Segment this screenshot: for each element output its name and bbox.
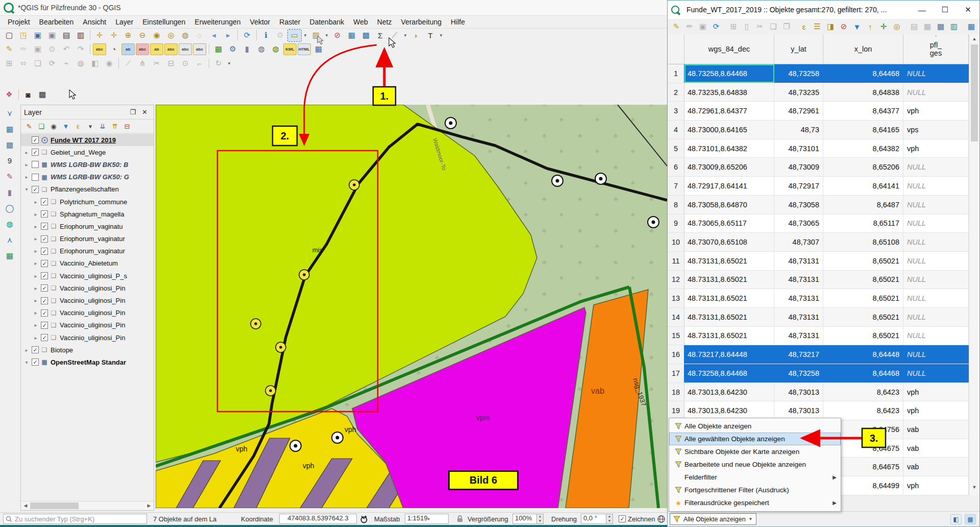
menu-item-einstellungen[interactable]: Einstellungen bbox=[138, 17, 190, 27]
expand-icon[interactable]: ▸ bbox=[32, 310, 39, 316]
label-pie-icon[interactable]: ◔ bbox=[107, 43, 120, 55]
layer-checkbox[interactable]: ✓ bbox=[32, 186, 39, 193]
table-row[interactable]: 1248.73131,8.6502148,731318,65021NULL bbox=[668, 271, 969, 290]
ylat-cell[interactable]: 48,73013 bbox=[774, 383, 823, 401]
pflges-cell[interactable]: NULL bbox=[903, 308, 969, 326]
select-features-dropdown-icon[interactable]: ▾ bbox=[302, 30, 308, 41]
menu-item-netz[interactable]: Netz bbox=[373, 17, 397, 27]
ylat-cell[interactable]: 48,72961 bbox=[774, 102, 823, 120]
wgs84dec-cell[interactable]: 48.73131,8.65021 bbox=[684, 252, 774, 270]
zoom-out-icon[interactable]: ⊖ bbox=[136, 30, 149, 41]
table-row[interactable]: 948.73065,8.6511748,730658,65117NULL bbox=[668, 214, 969, 233]
expand-icon[interactable]: ▸ bbox=[32, 224, 39, 229]
print-layout-icon[interactable]: ▤ bbox=[60, 30, 73, 41]
pflges-cell[interactable]: NULL bbox=[903, 196, 969, 214]
maximize-button[interactable]: ☐ bbox=[934, 1, 957, 18]
close-panel-icon[interactable]: ✕ bbox=[139, 108, 151, 116]
zoom-native-icon[interactable]: ◉ bbox=[150, 30, 163, 41]
delete-feature-icon[interactable]: ▯ bbox=[741, 21, 753, 32]
label-show-icon[interactable]: abc bbox=[164, 43, 178, 55]
map-canvas[interactable]: ♣ ♣ misvphvphvphvpmvabnsg_1937Waldmoor-T… bbox=[156, 105, 667, 508]
pflges-cell[interactable]: NULL bbox=[903, 289, 969, 307]
row-number-cell[interactable]: 9 bbox=[668, 214, 684, 233]
layer-checkbox[interactable]: ✓ bbox=[41, 248, 48, 255]
zoom-to-selection-icon[interactable]: ◍ bbox=[179, 30, 192, 41]
label-ab-pin-icon[interactable]: ab bbox=[121, 43, 135, 55]
statistics-icon[interactable]: Σ bbox=[374, 30, 387, 41]
current-edits-icon[interactable]: ✎ bbox=[3, 43, 16, 55]
wgs84dec-cell[interactable]: 48.73009,8.65206 bbox=[684, 158, 774, 176]
magnifier-spinner[interactable]: ▲▼ bbox=[537, 514, 544, 524]
annotation-dropdown-icon[interactable]: ▾ bbox=[438, 30, 444, 41]
row-number-cell[interactable]: 10 bbox=[668, 233, 684, 251]
scroll-right-icon[interactable]: ▶ bbox=[145, 502, 153, 510]
measure-dropdown-icon[interactable]: ▾ bbox=[402, 30, 408, 41]
move-feature-icon[interactable]: ⬄ bbox=[17, 58, 30, 69]
expand-icon[interactable]: ▸ bbox=[32, 248, 39, 254]
deselect-all-icon[interactable]: ⊘ bbox=[838, 21, 850, 32]
collapse-icon[interactable]: ▾ bbox=[23, 360, 30, 365]
pflges-cell[interactable]: vab bbox=[903, 458, 969, 476]
wgs84dec-cell[interactable]: 48.72961,8.64377 bbox=[684, 102, 774, 120]
layer-tree-item[interactable]: ▾✓▦OpenStreetMap Standar bbox=[21, 356, 154, 368]
copy-features-icon[interactable]: ❏ bbox=[31, 58, 44, 69]
context-menu-item[interactable]: Fortgeschrittener Filter (Ausdruck) bbox=[669, 484, 841, 496]
ylat-cell[interactable]: 48,73 bbox=[774, 121, 823, 139]
layer-panel-hscrollbar[interactable]: ◀ ▶ bbox=[21, 501, 154, 510]
layer-tree-item[interactable]: ▸✓❏Vaccinio_uliginosi_P_s bbox=[21, 270, 154, 282]
xlon-cell[interactable]: 8,64468 bbox=[823, 364, 903, 382]
ylat-cell[interactable]: 48,73131 bbox=[774, 271, 823, 289]
annotation-tool-icon[interactable]: ▮ bbox=[3, 186, 16, 198]
wgs84dec-cell[interactable]: 48.73058,8.64870 bbox=[684, 196, 774, 214]
context-menu-item[interactable]: Felderfilter▶ bbox=[669, 471, 841, 484]
pflges-cell[interactable]: NULL bbox=[903, 345, 969, 364]
wgs84dec-cell[interactable]: 48.73131,8.65021 bbox=[684, 327, 774, 345]
offset-curve-icon[interactable]: ⟋ bbox=[121, 58, 135, 69]
label-abc-pin-icon[interactable]: abc bbox=[136, 43, 149, 55]
vertex-dots-icon[interactable]: ⋏ bbox=[3, 234, 16, 246]
expand-icon[interactable]: ▸ bbox=[32, 285, 39, 291]
merge-features-icon[interactable]: ⊟ bbox=[164, 58, 178, 69]
layer-checkbox[interactable]: ✓ bbox=[32, 358, 39, 366]
filter-select-icon[interactable]: ▼ bbox=[851, 21, 863, 32]
open-attribute-table-icon[interactable]: ▦ bbox=[345, 30, 358, 41]
processing-icon[interactable]: ⚙ bbox=[226, 43, 239, 55]
column-header-ylat[interactable]: y_lat bbox=[774, 34, 823, 64]
globe-tool-icon[interactable]: ◍ bbox=[3, 218, 16, 230]
table-row[interactable]: 1748.73258,8.6446848,732588,64468NULL bbox=[668, 364, 969, 383]
layer-checkbox[interactable]: ✓ bbox=[41, 272, 48, 279]
table-row[interactable]: 848.73058,8.6487048,730588,6487NULL bbox=[668, 196, 969, 214]
expand-icon[interactable]: ▸ bbox=[32, 260, 39, 266]
table-row[interactable]: 1348.73131,8.6502148,731318,65021NULL bbox=[668, 289, 969, 308]
pflges-cell[interactable]: NULL bbox=[903, 83, 969, 102]
table-row[interactable]: 548.73101,8.6438248,731018,64382vph bbox=[668, 139, 969, 158]
database-icon[interactable]: ▮ bbox=[240, 43, 254, 55]
table-scrollbar-thumb[interactable] bbox=[971, 44, 978, 141]
zoom-in-icon[interactable]: ⊕ bbox=[121, 30, 135, 41]
ylat-cell[interactable]: 48,72917 bbox=[774, 177, 823, 195]
menu-item-erweiterungen[interactable]: Erweiterungen bbox=[190, 17, 245, 27]
float-panel-icon[interactable]: ❐ bbox=[127, 108, 139, 116]
pflges-cell[interactable]: NULL bbox=[903, 233, 969, 251]
column-header-xlon[interactable]: x_lon bbox=[823, 34, 903, 64]
table-row[interactable]: 748.72917,8.6414148,729178,64141NULL bbox=[668, 177, 969, 196]
layer-tree-item[interactable]: ▸✓❏Vaccinio_uliginosi_Pin bbox=[21, 331, 154, 344]
layer-tree-item[interactable]: ▸✓❏Eriophorum_vaginatur bbox=[21, 233, 154, 245]
web-globe-icon[interactable]: ◍ bbox=[269, 43, 282, 55]
xlon-cell[interactable]: 8,65021 bbox=[823, 271, 903, 289]
layer-tree-item[interactable]: ▸✓❏Biotope bbox=[21, 344, 154, 356]
zoom-full-icon[interactable]: ◎ bbox=[164, 30, 178, 41]
row-number-cell[interactable]: 13 bbox=[668, 289, 684, 307]
layer-tree-item[interactable]: ▸✓❏Vaccinio_uliginosi_Pin bbox=[21, 282, 154, 294]
menu-item-raster[interactable]: Raster bbox=[275, 17, 305, 27]
add-part-icon[interactable]: ◧ bbox=[88, 58, 102, 69]
rotate-point-icon[interactable]: ↻ bbox=[212, 58, 225, 69]
ylat-cell[interactable]: 48,73009 bbox=[774, 158, 823, 176]
table-row[interactable]: 448.73000,8.6416548,738,64165vps bbox=[668, 121, 969, 139]
xlon-cell[interactable]: 8,65021 bbox=[823, 327, 903, 345]
zoom-next-icon[interactable]: ▸ bbox=[222, 30, 235, 41]
open-project-icon[interactable]: ◳ bbox=[17, 30, 30, 41]
layer-checkbox[interactable]: ✓ bbox=[41, 223, 48, 230]
table-row[interactable]: 1048.73070,8.6510848,73078,65108NULL bbox=[668, 233, 969, 252]
add-ring-icon[interactable]: ◍ bbox=[74, 58, 87, 69]
